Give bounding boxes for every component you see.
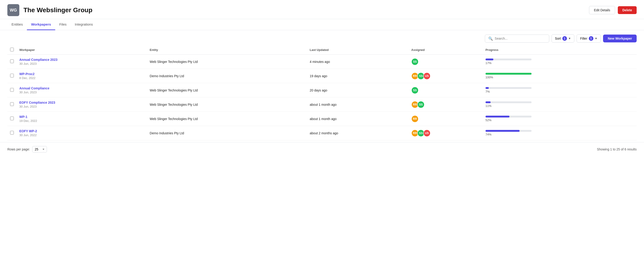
workpaper-assigned: RRSSUS — [408, 69, 483, 83]
workpaper-assigned: RRSSUS — [408, 126, 483, 140]
table-row: WP-119 Dec, 2022Web Slinger Technologies… — [7, 112, 637, 126]
workpaper-last-updated: about 2 months ago — [307, 126, 408, 140]
select-all-checkbox[interactable] — [10, 48, 14, 51]
avatar: SS — [411, 87, 418, 94]
header-actions: Edit Details Delete — [589, 6, 637, 14]
workpaper-progress: 11% — [483, 97, 637, 112]
col-entity: Entity — [147, 45, 307, 55]
workpaper-entity: Web Slinger Technologies Pty Ltd — [147, 55, 307, 69]
table-row: EOFY Compliance 202330 Jun, 2023Web Slin… — [7, 97, 637, 112]
workpaper-last-updated: 4 minutes ago — [307, 55, 408, 69]
workpaper-entity: Web Slinger Technologies Pty Ltd — [147, 112, 307, 126]
col-assigned: Assigned — [408, 45, 483, 55]
progress-label: 17% — [486, 61, 634, 65]
table-row: EOFY WP-230 Jun, 2022Demo Industries Pty… — [7, 126, 637, 140]
workpaper-assigned: SS — [408, 55, 483, 69]
progress-label: 52% — [486, 118, 634, 122]
new-workpaper-button[interactable]: New Workpaper — [603, 35, 637, 42]
search-input[interactable] — [495, 37, 546, 40]
workpapers-table-wrap: Workpaper Entity Last Updated Assigned P… — [0, 45, 644, 140]
workpaper-last-updated: 20 days ago — [307, 83, 408, 97]
row-checkbox[interactable] — [10, 131, 14, 134]
row-checkbox[interactable] — [10, 59, 14, 63]
workpaper-name[interactable]: WP-Proc2 — [19, 72, 144, 76]
workpaper-name[interactable]: Annual Compliance — [19, 86, 144, 90]
rows-per-page-control: Rows per page: 25 50 100 — [7, 146, 47, 153]
row-checkbox[interactable] — [10, 88, 14, 92]
workpaper-entity: Demo Industries Pty Ltd — [147, 126, 307, 140]
sort-badge: 1 — [562, 36, 567, 41]
avatar: US — [423, 129, 430, 137]
table-row: WP-Proc28 Dec, 2022Demo Industries Pty L… — [7, 69, 637, 83]
workpaper-assigned: RR — [408, 112, 483, 126]
showing-results-text: Showing 1 to 25 of 6 results — [597, 148, 637, 151]
tab-bar: Entities Workpapers Files Integrations — [0, 19, 644, 30]
rows-per-page-label: Rows per page: — [7, 148, 30, 151]
workpaper-name[interactable]: EOFY Compliance 2023 — [19, 101, 144, 104]
page-header: WG The Webslinger Group Edit Details Del… — [0, 0, 644, 19]
workpaper-date: 30 Jun, 2023 — [19, 91, 144, 94]
sort-chevron-icon: ▼ — [568, 37, 571, 40]
workpaper-progress: 7% — [483, 83, 637, 97]
row-checkbox[interactable] — [10, 74, 14, 77]
tab-files[interactable]: Files — [55, 19, 71, 30]
workpaper-name[interactable]: EOFY WP-2 — [19, 129, 144, 133]
delete-button[interactable]: Delete — [618, 6, 637, 14]
page-title: The Webslinger Group — [24, 7, 92, 14]
avatar: SS — [417, 101, 424, 108]
sort-button[interactable]: Sort 1 ▼ — [552, 34, 574, 43]
tab-workpapers[interactable]: Workpapers — [27, 19, 55, 30]
search-box[interactable]: 🔍 — [485, 35, 549, 43]
workpaper-date: 8 Dec, 2022 — [19, 76, 144, 80]
filter-button[interactable]: Filter 1 ▼ — [576, 34, 601, 43]
workpaper-date: 30 Jun, 2023 — [19, 105, 144, 108]
workpaper-last-updated: about 1 month ago — [307, 112, 408, 126]
tab-entities[interactable]: Entities — [7, 19, 27, 30]
workpaper-progress: 74% — [483, 126, 637, 140]
toolbar: 🔍 Sort 1 ▼ Filter 1 ▼ New Workpaper — [0, 30, 644, 45]
table-row: Annual Compliance30 Jun, 2023Web Slinger… — [7, 83, 637, 97]
workpaper-name[interactable]: WP-1 — [19, 115, 144, 119]
progress-label: 100% — [486, 76, 634, 79]
progress-label: 74% — [486, 133, 634, 136]
workpaper-last-updated: 19 days ago — [307, 69, 408, 83]
progress-label: 7% — [486, 90, 634, 93]
avatar: RR — [411, 115, 418, 122]
filter-badge: 1 — [589, 36, 594, 41]
workpaper-progress: 52% — [483, 112, 637, 126]
row-checkbox[interactable] — [10, 116, 14, 120]
workpaper-assigned: RRSS — [408, 97, 483, 112]
workpaper-last-updated: about 1 month ago — [307, 97, 408, 112]
rows-per-page-select[interactable]: 25 50 100 — [32, 146, 47, 153]
col-last-updated: Last Updated — [307, 45, 408, 55]
sort-label: Sort — [555, 37, 561, 40]
table-footer: Rows per page: 25 50 100 Showing 1 to 25… — [0, 142, 644, 156]
col-progress: Progress — [483, 45, 637, 55]
progress-label: 11% — [486, 104, 634, 108]
workpaper-name[interactable]: Annual Compliance 2023 — [19, 58, 144, 62]
edit-details-button[interactable]: Edit Details — [589, 6, 615, 14]
filter-label: Filter — [580, 37, 587, 40]
avatar: US — [423, 72, 430, 80]
avatar: SS — [411, 58, 418, 65]
workpaper-progress: 100% — [483, 69, 637, 83]
workpaper-entity: Demo Industries Pty Ltd — [147, 69, 307, 83]
table-row: Annual Compliance 202330 Jun, 2023Web Sl… — [7, 55, 637, 69]
col-workpaper: Workpaper — [16, 45, 147, 55]
workpaper-progress: 17% — [483, 55, 637, 69]
workpaper-assigned: SS — [408, 83, 483, 97]
tab-integrations[interactable]: Integrations — [70, 19, 97, 30]
workpaper-date: 19 Dec, 2022 — [19, 119, 144, 122]
search-icon: 🔍 — [488, 36, 493, 41]
workpaper-date: 30 Jun, 2022 — [19, 133, 144, 137]
workpaper-date: 30 Jun, 2023 — [19, 62, 144, 65]
logo-box: WG — [7, 4, 19, 16]
filter-chevron-icon: ▼ — [595, 37, 598, 40]
workpaper-entity: Web Slinger Technologies Pty Ltd — [147, 83, 307, 97]
header-left: WG The Webslinger Group — [7, 4, 92, 16]
workpapers-table: Workpaper Entity Last Updated Assigned P… — [7, 45, 637, 140]
workpaper-entity: Web Slinger Technologies Pty Ltd — [147, 97, 307, 112]
row-checkbox[interactable] — [10, 102, 14, 106]
